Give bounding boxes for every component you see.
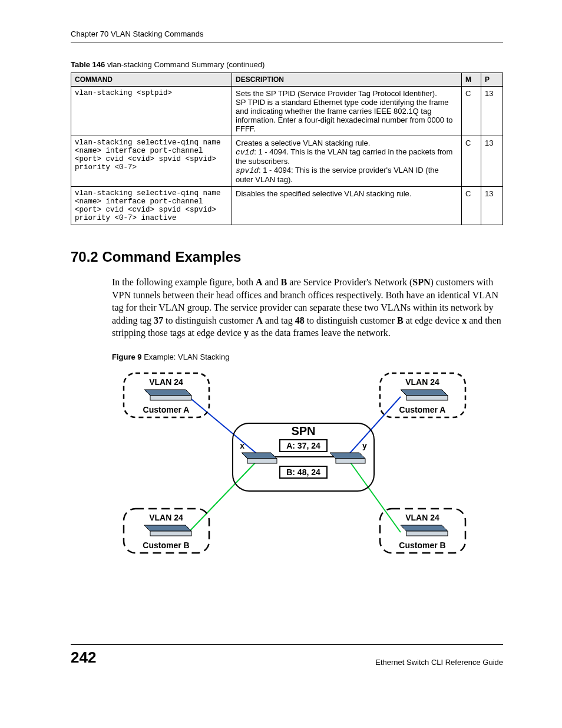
vlan24-label-br: VLAN 24: [405, 513, 439, 522]
p-cell: 13: [481, 87, 503, 136]
section-paragraph: In the following example figure, both A …: [112, 276, 503, 340]
svg-rect-7: [406, 396, 448, 400]
table-header-row: COMMAND DESCRIPTION M P: [71, 73, 503, 87]
desc-line: Disables the specified selective VLAN st…: [236, 189, 411, 198]
svg-rect-9: [150, 531, 191, 536]
p-bold: 37: [154, 315, 163, 325]
p-cell: 13: [481, 136, 503, 187]
th-description: DESCRIPTION: [232, 73, 462, 87]
page-number: 242: [71, 648, 96, 667]
p-text: and tag: [263, 315, 295, 325]
table-caption: Table 146 vlan-stacking Command Summary …: [71, 60, 503, 69]
p-bold: SPN: [412, 277, 430, 287]
figure-caption-bold: Figure 9: [112, 353, 142, 361]
p-bold: B: [281, 277, 287, 287]
customer-a-label-tl: Customer A: [143, 405, 190, 414]
p-bold: B: [397, 315, 404, 325]
switch-icon: [144, 525, 191, 536]
cmd-cell: vlan-stacking selective-qinq name <name>…: [71, 136, 232, 187]
link-green-left: [189, 459, 259, 532]
desc-key: spvid: [236, 166, 259, 175]
desc-line: Sets the SP TPID (Service Provider Tag P…: [236, 89, 437, 98]
cmd-cell: vlan-stacking <sptpid>: [71, 87, 232, 136]
page: Chapter 70 VLAN Stacking Commands Table …: [0, 0, 562, 690]
figure-diagram: SPN x y A: 37, 24 B: 48, 24 VLAN 24: [112, 367, 477, 562]
command-table: COMMAND DESCRIPTION M P vlan-stacking <s…: [71, 73, 503, 225]
m-cell: C: [462, 87, 481, 136]
svg-rect-11: [406, 531, 448, 536]
customer-a-label-tr: Customer A: [399, 405, 446, 414]
p-text: are Service Provider's Network (: [287, 277, 412, 287]
switch-icon: [401, 390, 448, 400]
link-blue-left: [189, 397, 259, 456]
m-cell: C: [462, 187, 481, 225]
svg-rect-3: [336, 459, 365, 463]
p-bold: A: [256, 315, 263, 325]
p-cell: 13: [481, 187, 503, 225]
p-bold: y: [244, 328, 249, 338]
cmd-text: vlan-stacking selective-qinq name <name>…: [75, 139, 221, 172]
vlan24-label-tl: VLAN 24: [149, 377, 183, 387]
table-row: vlan-stacking selective-qinq name <name>…: [71, 187, 503, 225]
x-label: x: [240, 441, 244, 450]
table-row: vlan-stacking <sptpid> Sets the SP TPID …: [71, 87, 503, 136]
desc-line: SP TPID is a standard Ethernet type code…: [236, 98, 453, 133]
spn-label: SPN: [291, 424, 315, 437]
svg-rect-1: [247, 459, 277, 463]
th-p: P: [481, 73, 503, 87]
desc-key: cvid: [236, 148, 254, 157]
m-cell: C: [462, 136, 481, 187]
page-footer: 242 Ethernet Switch CLI Reference Guide: [71, 644, 503, 667]
desc-cell: Disables the specified selective VLAN st…: [232, 187, 462, 225]
vlan24-label-tr: VLAN 24: [405, 377, 439, 387]
th-m: M: [462, 73, 481, 87]
p-text: In the following example figure, both: [112, 277, 256, 287]
table-caption-rest: vlan-stacking Command Summary (continued…: [105, 60, 265, 69]
svg-marker-8: [144, 525, 191, 531]
switch-y-icon: [330, 453, 365, 463]
svg-marker-0: [242, 453, 277, 459]
header-rule: [71, 42, 503, 42]
switch-icon: [401, 525, 448, 536]
p-text: as the data frames leave the network.: [249, 328, 391, 338]
p-text: to distinguish customer: [305, 315, 397, 325]
vlan-stacking-diagram: SPN x y A: 37, 24 B: 48, 24 VLAN 24: [112, 367, 477, 562]
vlan24-label-bl: VLAN 24: [149, 513, 183, 522]
p-bold: 48: [295, 315, 305, 325]
figure-caption: Figure 9 Example: VLAN Stacking: [112, 353, 503, 361]
svg-marker-10: [401, 525, 448, 531]
svg-marker-2: [330, 453, 365, 459]
desc-line: Creates a selective VLAN stacking rule.: [236, 139, 370, 147]
desc-val: : 1 - 4094: This is the service provider…: [236, 166, 439, 184]
customer-b-label-bl: Customer B: [143, 541, 189, 550]
desc-cell: Sets the SP TPID (Service Provider Tag P…: [232, 87, 462, 136]
table-caption-bold: Table 146: [71, 60, 105, 69]
customer-b-label-br: Customer B: [399, 541, 445, 550]
p-bold: A: [256, 277, 263, 287]
p-text: at edge device: [404, 315, 462, 325]
desc-cell: Creates a selective VLAN stacking rule. …: [232, 136, 462, 187]
section-heading: 70.2 Command Examples: [71, 249, 503, 265]
svg-marker-6: [401, 390, 448, 396]
svg-marker-4: [144, 390, 191, 396]
cmd-text: vlan-stacking <sptpid>: [75, 89, 172, 97]
svg-rect-5: [150, 396, 191, 400]
desc-val: : 1 - 4094. This is the VLAN tag carried…: [236, 147, 452, 166]
b-tag-label: B: 48, 24: [286, 467, 320, 477]
p-text: and: [263, 277, 281, 287]
cmd-text: vlan-stacking selective-qinq name <name>…: [75, 189, 221, 222]
chapter-header: Chapter 70 VLAN Stacking Commands: [71, 29, 503, 38]
table-row: vlan-stacking selective-qinq name <name>…: [71, 136, 503, 187]
figure-caption-rest: Example: VLAN Stacking: [142, 353, 230, 361]
footer-title: Ethernet Switch CLI Reference Guide: [375, 658, 503, 667]
p-text: to distinguish customer: [163, 315, 256, 325]
cmd-cell: vlan-stacking selective-qinq name <name>…: [71, 187, 232, 225]
th-command: COMMAND: [71, 73, 232, 87]
y-label: y: [362, 441, 367, 450]
a-tag-label: A: 37, 24: [286, 441, 320, 450]
p-bold: x: [462, 315, 467, 325]
switch-icon: [144, 390, 191, 400]
switch-x-icon: [242, 453, 277, 463]
